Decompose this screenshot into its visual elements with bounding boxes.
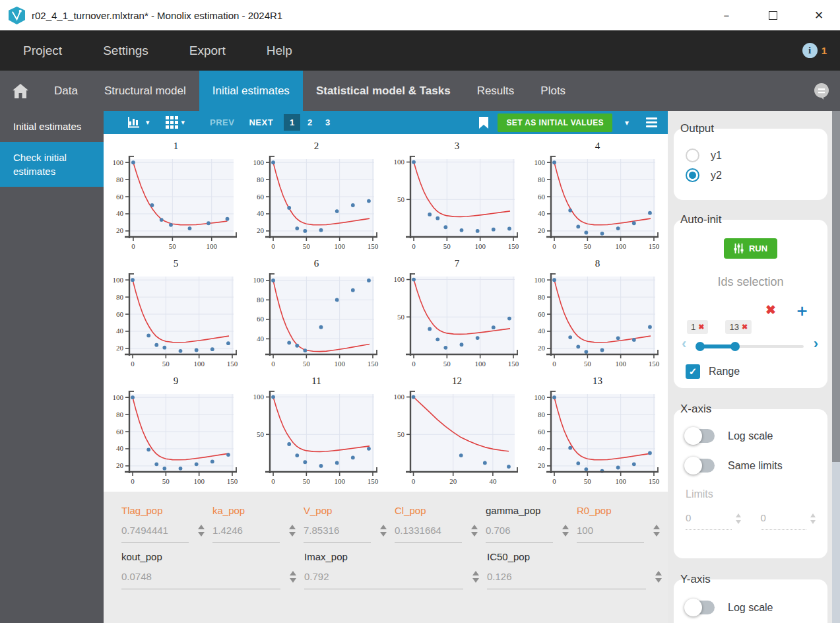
svg-text:100: 100 xyxy=(534,393,546,401)
chevron-left-icon[interactable]: ‹ xyxy=(682,335,686,352)
limit-min-spinner[interactable] xyxy=(736,513,741,524)
tab-initial-estimates[interactable]: Initial estimates xyxy=(199,71,303,111)
spinner-down-icon[interactable] xyxy=(655,578,662,583)
tab-results[interactable]: Results xyxy=(464,71,528,111)
param-input-gamma_pop[interactable]: 0.706 xyxy=(486,525,553,543)
ids-slider-track[interactable] xyxy=(696,345,804,348)
ids-slider-handle-min[interactable] xyxy=(695,342,705,351)
param-input-tlag_pop[interactable]: 0.7494441 xyxy=(121,525,189,543)
param-field-ic50_pop: IC50_pop0.126 xyxy=(487,551,670,589)
menu-item-help[interactable]: Help xyxy=(267,44,292,58)
param-spinner-imax_pop[interactable] xyxy=(472,571,479,583)
run-button[interactable]: RUN xyxy=(724,238,777,259)
output-radio-y1[interactable] xyxy=(686,148,699,162)
param-spinner-v_pop[interactable] xyxy=(380,525,387,537)
menu-item-export[interactable]: Export xyxy=(189,44,226,58)
param-input-ic50_pop[interactable]: 0.126 xyxy=(487,571,646,589)
spinner-down-icon[interactable] xyxy=(290,578,296,583)
tab-structural-model[interactable]: Structural model xyxy=(91,71,199,111)
svg-text:40: 40 xyxy=(538,444,546,452)
next-button[interactable]: NEXT xyxy=(249,117,273,127)
ids-slider-handle-max[interactable] xyxy=(730,342,740,351)
spinner-up-icon[interactable] xyxy=(655,571,662,575)
param-field-imax_pop: Imax_pop0.792 xyxy=(304,551,487,589)
spinner-up-icon[interactable] xyxy=(380,525,387,529)
param-spinner-ka_pop[interactable] xyxy=(289,525,296,537)
spinner-up-icon[interactable] xyxy=(472,571,479,575)
xaxis-limit-min-input[interactable]: 0 xyxy=(686,512,732,530)
spinner-up-icon[interactable] xyxy=(290,571,296,575)
spinner-down-icon[interactable] xyxy=(380,532,387,537)
svg-text:50: 50 xyxy=(584,360,592,368)
menu-item-settings[interactable]: Settings xyxy=(103,44,148,58)
spinner-down-icon[interactable] xyxy=(198,532,205,537)
set-initial-caret-icon[interactable]: ▾ xyxy=(625,118,629,127)
info-icon[interactable]: i xyxy=(802,43,818,58)
subplot-4: 420406080100050100150 xyxy=(527,138,668,255)
xaxis-limit-max-input[interactable]: 0 xyxy=(761,512,807,530)
param-spinner-kout_pop[interactable] xyxy=(290,571,296,583)
close-button[interactable]: ✕ xyxy=(812,9,825,22)
remove-ids-icon[interactable]: ✖ xyxy=(765,302,776,317)
param-spinner-ic50_pop[interactable] xyxy=(655,571,662,583)
maximize-button[interactable] xyxy=(766,9,779,22)
tab-plots[interactable]: Plots xyxy=(527,71,579,111)
page-button-1[interactable]: 1 xyxy=(284,114,300,131)
svg-text:100: 100 xyxy=(113,158,124,166)
yaxis-log-toggle[interactable] xyxy=(686,601,715,614)
spinner-down-icon[interactable] xyxy=(653,532,660,537)
svg-text:60: 60 xyxy=(257,315,265,323)
menu-item-project[interactable]: Project xyxy=(23,44,62,58)
menu-icon[interactable] xyxy=(646,117,657,127)
minimize-button[interactable]: − xyxy=(720,9,733,22)
param-spinner-r0_pop[interactable] xyxy=(653,525,660,537)
spinner-up-icon[interactable] xyxy=(653,525,660,529)
add-id-icon[interactable]: ＋ xyxy=(794,304,810,317)
chevron-right-icon[interactable]: › xyxy=(814,335,818,352)
sidebar-item-initial-estimates[interactable]: Initial estimates xyxy=(0,111,104,142)
plot-type-button[interactable]: ▾ xyxy=(128,117,150,128)
sidebar-item-check-initial-estimates[interactable]: Check initial estimates xyxy=(0,142,104,187)
xaxis-same-limits-toggle[interactable] xyxy=(686,459,715,473)
param-spinner-gamma_pop[interactable] xyxy=(562,525,569,537)
param-spinner-cl_pop[interactable] xyxy=(471,525,478,537)
spinner-up-icon[interactable] xyxy=(289,525,296,529)
svg-text:50: 50 xyxy=(162,477,170,485)
param-field-gamma_pop: gamma_pop0.706 xyxy=(486,505,577,543)
spinner-up-icon[interactable] xyxy=(198,525,205,529)
param-input-ka_pop[interactable]: 1.4246 xyxy=(212,525,280,543)
xaxis-log-toggle[interactable] xyxy=(686,429,715,443)
param-input-v_pop[interactable]: 7.85316 xyxy=(304,525,371,543)
limit-max-spinner[interactable] xyxy=(810,513,816,524)
subplot-title-4: 4 xyxy=(527,138,668,154)
home-tab[interactable] xyxy=(0,71,41,111)
set-as-initial-values-button[interactable]: SET AS INITIAL VALUES xyxy=(498,114,612,132)
param-input-imax_pop[interactable]: 0.792 xyxy=(304,571,463,589)
subplot-7: 750100050100150 xyxy=(387,255,527,373)
param-input-kout_pop[interactable]: 0.0748 xyxy=(121,571,280,589)
page-button-2[interactable]: 2 xyxy=(302,114,318,131)
spinner-down-icon[interactable] xyxy=(472,578,479,583)
spinner-up-icon[interactable] xyxy=(562,525,569,529)
bookmark-icon[interactable] xyxy=(479,117,488,129)
spinner-down-icon[interactable] xyxy=(562,532,569,537)
param-input-cl_pop[interactable]: 0.1331664 xyxy=(395,525,462,543)
yaxis-title: Y-axis xyxy=(680,573,711,586)
chat-icon[interactable] xyxy=(812,82,831,100)
output-radio-y2[interactable] xyxy=(686,168,699,182)
grid-layout-button[interactable]: ▾ xyxy=(166,116,185,129)
panel-scrollbar[interactable] xyxy=(832,111,840,623)
badge-remove-icon[interactable]: ✖ xyxy=(742,323,748,331)
scrollbar-thumb[interactable] xyxy=(832,111,840,462)
param-spinner-tlag_pop[interactable] xyxy=(198,525,205,537)
range-checkbox[interactable]: ✓ xyxy=(686,364,700,379)
spinner-down-icon[interactable] xyxy=(471,532,478,537)
badge-remove-icon[interactable]: ✖ xyxy=(698,323,704,331)
spinner-down-icon[interactable] xyxy=(289,532,296,537)
prev-button[interactable]: PREV xyxy=(210,117,234,127)
param-input-r0_pop[interactable]: 100 xyxy=(577,525,644,543)
tab-data[interactable]: Data xyxy=(41,71,91,111)
spinner-up-icon[interactable] xyxy=(471,525,478,529)
tab-statistical-model-tasks[interactable]: Statistical model & Tasks xyxy=(303,71,464,111)
page-button-3[interactable]: 3 xyxy=(319,114,336,131)
